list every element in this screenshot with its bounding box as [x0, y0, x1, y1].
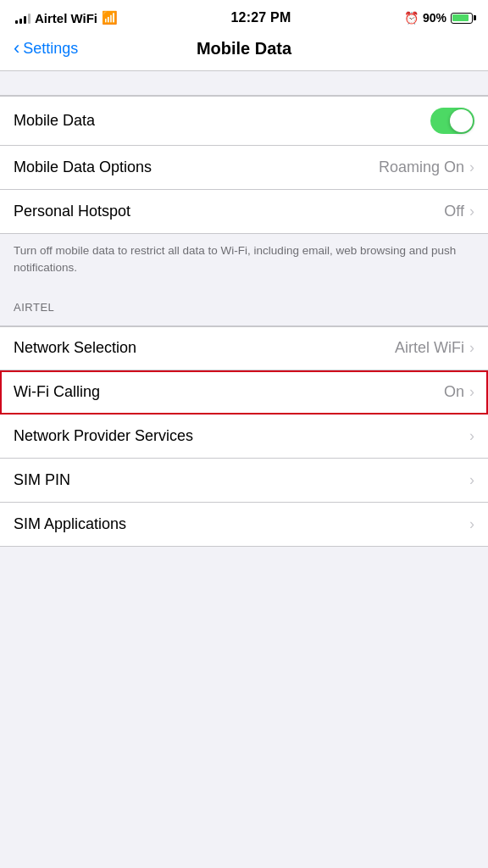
chevron-icon: › — [469, 471, 474, 489]
wifi-calling-label: Wi-Fi Calling — [14, 383, 100, 401]
navigation-bar: ‹ Settings Mobile Data — [0, 32, 488, 71]
mobile-data-footer: Turn off mobile data to restrict all dat… — [0, 234, 488, 294]
mobile-data-options-cell[interactable]: Mobile Data Options Roaming On › — [0, 146, 488, 190]
sim-pin-right: › — [469, 471, 474, 489]
personal-hotspot-label: Personal Hotspot — [14, 203, 130, 220]
back-button[interactable]: ‹ Settings — [14, 40, 98, 58]
toggle-knob — [450, 109, 473, 132]
chevron-icon: › — [469, 159, 474, 176]
personal-hotspot-right: Off › — [444, 203, 474, 220]
network-selection-label: Network Selection — [14, 339, 136, 357]
mobile-data-options-value: Roaming On — [379, 159, 464, 176]
wifi-calling-right: On › — [444, 383, 474, 401]
network-provider-services-label: Network Provider Services — [14, 427, 193, 445]
mobile-data-toggle-cell[interactable]: Mobile Data — [0, 96, 488, 146]
chevron-icon: › — [469, 203, 474, 220]
back-chevron-icon: ‹ — [14, 39, 19, 58]
back-label: Settings — [23, 40, 78, 58]
network-provider-services-right: › — [469, 427, 474, 445]
mobile-data-toggle[interactable] — [430, 108, 474, 134]
network-selection-value: Airtel WiFi — [395, 339, 464, 357]
chevron-icon: › — [469, 339, 474, 357]
sim-applications-right: › — [469, 515, 474, 533]
status-bar: Airtel WiFi 📶 12:27 PM ⏰ 90% — [0, 0, 488, 32]
chevron-icon: › — [469, 383, 474, 401]
chevron-icon: › — [469, 515, 474, 533]
group-mobile-data: Mobile Data Mobile Data Options Roaming … — [0, 95, 488, 234]
wifi-calling-cell[interactable]: Wi-Fi Calling On › — [0, 370, 488, 415]
personal-hotspot-cell[interactable]: Personal Hotspot Off › — [0, 190, 488, 234]
network-selection-right: Airtel WiFi › — [395, 339, 474, 357]
network-selection-cell[interactable]: Network Selection Airtel WiFi › — [0, 326, 488, 370]
sim-applications-label: SIM Applications — [14, 515, 126, 533]
network-provider-services-cell[interactable]: Network Provider Services › — [0, 415, 488, 459]
status-time: 12:27 PM — [231, 10, 291, 25]
status-left: Airtel WiFi 📶 — [15, 10, 118, 25]
sim-applications-cell[interactable]: SIM Applications › — [0, 503, 488, 547]
mobile-data-options-right: Roaming On › — [379, 159, 474, 176]
mobile-data-label: Mobile Data — [14, 112, 95, 130]
signal-bars-icon — [15, 12, 30, 24]
settings-content: Mobile Data Mobile Data Options Roaming … — [0, 95, 488, 547]
wifi-icon: 📶 — [102, 10, 118, 25]
battery-percent: 90% — [423, 11, 446, 25]
status-right: ⏰ 90% — [404, 11, 473, 25]
mobile-data-options-label: Mobile Data Options — [14, 159, 152, 176]
chevron-icon: › — [469, 427, 474, 445]
wifi-calling-value: On — [444, 383, 464, 401]
sim-pin-cell[interactable]: SIM PIN › — [0, 459, 488, 503]
alarm-icon: ⏰ — [404, 11, 419, 25]
group-airtel: Network Selection Airtel WiFi › Wi-Fi Ca… — [0, 326, 488, 547]
sim-pin-label: SIM PIN — [14, 471, 70, 489]
battery-icon — [451, 13, 473, 24]
carrier-label: Airtel WiFi — [35, 11, 97, 25]
airtel-section-header: AIRTEL — [0, 294, 488, 319]
page-title: Mobile Data — [98, 39, 390, 58]
personal-hotspot-value: Off — [444, 203, 464, 220]
